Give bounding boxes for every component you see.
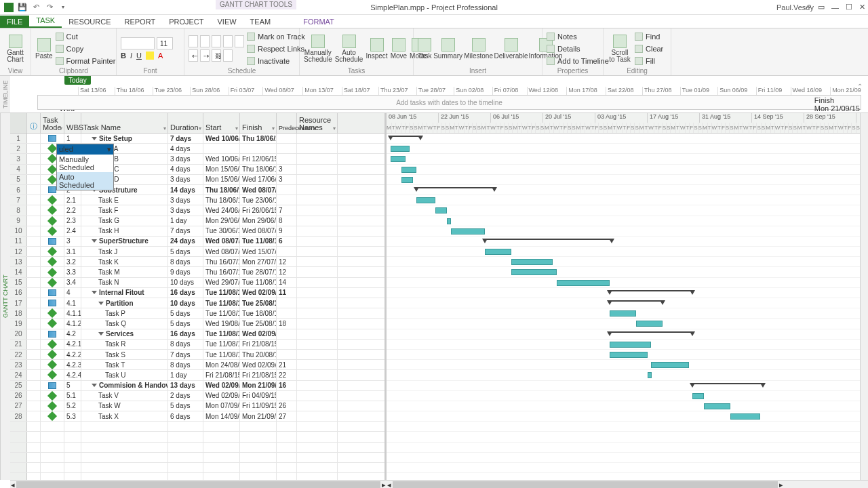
pct50-button[interactable] xyxy=(212,35,221,47)
table-hscroll[interactable]: ◂▸ xyxy=(10,480,387,488)
gantt-row[interactable] xyxy=(387,308,868,319)
maximize-icon[interactable]: ☐ xyxy=(846,3,852,12)
task-bar[interactable] xyxy=(610,310,636,317)
table-row[interactable]: 255Commision & Handover13 daysWed 02/09/… xyxy=(10,381,384,391)
gantt-row[interactable] xyxy=(387,278,868,288)
gantt-body[interactable] xyxy=(387,134,868,480)
gantt-row[interactable] xyxy=(387,195,868,205)
table-row[interactable]: 265.1Task V2 daysWed 02/09/:Fri 04/09/15 xyxy=(10,391,384,401)
gantt-row[interactable] xyxy=(387,257,868,267)
gantt-row[interactable] xyxy=(387,237,868,247)
ribbon-display-icon[interactable]: ▭ xyxy=(818,3,825,12)
bold-button[interactable]: B xyxy=(121,52,126,60)
dd-auto[interactable]: Auto Scheduled xyxy=(57,172,113,190)
task-bar[interactable] xyxy=(511,259,553,265)
pct25-button[interactable] xyxy=(200,35,210,47)
task-bar[interactable] xyxy=(401,177,413,183)
task-bar[interactable] xyxy=(416,197,435,203)
table-row[interactable]: 102.4Task H7 daysTue 30/06/1Wed 08/07/:9 xyxy=(10,226,384,237)
summary-bar[interactable] xyxy=(610,331,692,338)
col-duration[interactable]: Duration▾ xyxy=(168,113,203,133)
font-size-select[interactable]: 11 xyxy=(157,37,173,49)
task-bar[interactable] xyxy=(557,280,610,286)
table-row[interactable]: 153.4Task N10 daysWed 29/07/:Tue 11/08/1… xyxy=(10,278,384,288)
task-bar[interactable] xyxy=(651,362,689,368)
table-row-empty[interactable] xyxy=(10,473,384,480)
gantt-row[interactable] xyxy=(387,247,868,257)
summary-bar[interactable] xyxy=(610,300,663,306)
summary-insert-button[interactable]: Summary xyxy=(435,32,462,66)
task-bar[interactable] xyxy=(391,146,410,152)
gantt-chart-button[interactable]: Gantt Chart xyxy=(4,32,26,66)
copy-button[interactable]: Copy xyxy=(56,43,116,54)
tab-project[interactable]: PROJECT xyxy=(162,16,210,28)
table-row[interactable]: 275.2Task W5 daysMon 07/09/1Fri 11/09/15… xyxy=(10,401,384,411)
task-bar[interactable] xyxy=(451,228,485,235)
gantt-row[interactable] xyxy=(387,205,868,216)
gantt-row[interactable] xyxy=(387,360,868,370)
table-row[interactable]: 184.1.1Task P5 daysTue 11/08/1Tue 18/08/… xyxy=(10,308,384,319)
table-body[interactable]: uled▾ Manually Scheduled Auto Scheduled … xyxy=(10,134,384,480)
table-row[interactable]: 204.2Services16 daysTue 11/08/1Wed 02/09… xyxy=(10,329,384,340)
auto-schedule-button[interactable]: Auto Schedule xyxy=(335,32,363,66)
move-button[interactable]: Move xyxy=(391,32,407,66)
cut-button[interactable]: Cut xyxy=(56,31,116,42)
task-bar[interactable] xyxy=(704,403,730,409)
find-button[interactable]: Find xyxy=(635,31,663,42)
col-task-mode[interactable]: Task Mode▾ xyxy=(41,113,64,133)
gantt-row[interactable] xyxy=(387,226,868,237)
task-mode-dropdown[interactable]: uled▾ Manually Scheduled Auto Scheduled xyxy=(56,144,114,190)
gantt-row[interactable] xyxy=(387,340,868,350)
table-row[interactable]: 234.2.3Task T8 daysMon 24/08/1Wed 02/09/… xyxy=(10,360,384,370)
format-painter-button[interactable]: Format Painter xyxy=(56,56,116,66)
gantt-row[interactable] xyxy=(387,401,868,411)
unlink-button[interactable] xyxy=(223,49,233,62)
table-row[interactable]: 174.1Partition10 daysTue 11/08/1Tue 25/0… xyxy=(10,298,384,308)
italic-button[interactable]: I xyxy=(130,52,132,60)
table-row[interactable]: 123.1Task J5 daysWed 08/07/:Wed 15/07/ xyxy=(10,247,384,257)
table-row-empty[interactable] xyxy=(10,463,384,473)
paste-button[interactable]: Paste xyxy=(35,32,53,66)
table-row-empty[interactable] xyxy=(10,453,384,463)
clear-button[interactable]: Clear xyxy=(635,43,663,54)
table-row[interactable]: 133.2Task K8 daysThu 16/07/1Mon 27/07/11… xyxy=(10,257,384,267)
tab-file[interactable]: FILE xyxy=(0,16,29,28)
table-row[interactable]: 194.1.2Task Q5 daysWed 19/08/Tue 25/08/1… xyxy=(10,319,384,329)
task-bar[interactable] xyxy=(610,352,648,358)
info-column-icon[interactable]: ⓘ xyxy=(30,121,37,131)
help-icon[interactable]: ? xyxy=(807,3,811,12)
gantt-row[interactable] xyxy=(387,319,868,329)
col-finish[interactable]: Finish▾ xyxy=(240,113,277,133)
table-row[interactable]: 164Internal Fitout16 daysTue 11/08/1Wed … xyxy=(10,288,384,298)
fill-button[interactable]: Fill xyxy=(635,56,663,66)
milestone-button[interactable]: Milestone xyxy=(465,32,493,66)
details-button[interactable]: Details xyxy=(547,43,609,54)
task-insert-button[interactable]: Task xyxy=(418,32,432,66)
redo-icon[interactable]: ↷ xyxy=(45,3,54,12)
undo-icon[interactable]: ↶ xyxy=(31,3,41,12)
tab-report[interactable]: REPORT xyxy=(118,16,163,28)
gantt-row[interactable] xyxy=(387,144,868,154)
tab-view[interactable]: VIEW xyxy=(210,16,243,28)
summary-bar[interactable] xyxy=(391,136,420,142)
gantt-row[interactable] xyxy=(387,134,868,144)
pct100-button[interactable] xyxy=(235,35,244,47)
table-row-empty[interactable] xyxy=(10,422,384,432)
qat-more-icon[interactable]: ▾ xyxy=(58,3,68,12)
notes-button[interactable]: Notes xyxy=(547,31,609,42)
indent-button[interactable]: ⇢ xyxy=(200,49,210,62)
gantt-row[interactable] xyxy=(387,165,868,175)
gantt-row[interactable] xyxy=(387,381,868,391)
gantt-row[interactable] xyxy=(387,298,868,308)
gantt-row[interactable] xyxy=(387,216,868,226)
task-bar[interactable] xyxy=(511,269,557,275)
tab-format[interactable]: FORMAT xyxy=(296,16,341,28)
minimize-icon[interactable]: — xyxy=(831,3,839,12)
col-start[interactable]: Start▾ xyxy=(203,113,240,133)
timeline-drop-hint[interactable]: Add tasks with dates to the timeline xyxy=(37,95,861,110)
link-button[interactable]: ⛓ xyxy=(212,49,221,62)
table-row[interactable]: 92.3Task G1 dayMon 29/06/1Mon 29/06/18 xyxy=(10,216,384,226)
table-row[interactable]: 224.2.2Task S7 daysTue 11/08/1Thu 20/08/… xyxy=(10,350,384,360)
table-row[interactable]: 214.2.1Task R8 daysTue 11/08/1Fri 21/08/… xyxy=(10,340,384,350)
gantt-row[interactable] xyxy=(387,391,868,401)
